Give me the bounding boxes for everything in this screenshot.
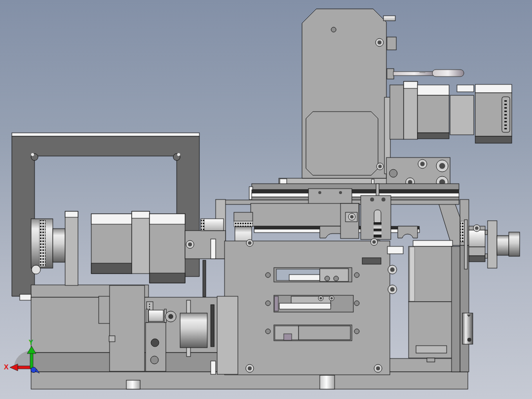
fixture-plate[interactable] <box>225 239 397 375</box>
y-axis-label: Y <box>29 338 34 346</box>
tower-access-panel[interactable] <box>306 112 378 175</box>
right-motor-assembly[interactable] <box>387 240 460 372</box>
cad-viewport[interactable]: X Y <box>0 0 532 399</box>
plate-edge-slot <box>211 361 216 374</box>
fixture-slot-3[interactable] <box>274 325 352 341</box>
center-stage-block[interactable] <box>251 203 419 239</box>
shaft-flange[interactable] <box>488 221 497 268</box>
fixture-slot-2[interactable] <box>274 295 353 312</box>
assembly-drawing: X Y <box>0 0 532 399</box>
clamp-handle[interactable] <box>393 70 464 77</box>
left-pulley[interactable] <box>31 219 53 274</box>
plate-edge-block[interactable] <box>217 296 238 374</box>
tower-pin <box>383 16 395 21</box>
fixture-slot-1[interactable] <box>274 268 352 282</box>
x-axis-motor[interactable] <box>390 81 512 143</box>
guide-cylinder[interactable] <box>462 313 473 344</box>
rail-carriage[interactable] <box>308 189 352 204</box>
tower-column[interactable] <box>279 9 396 200</box>
motor-connector[interactable] <box>502 97 510 132</box>
tower-hole <box>331 27 336 32</box>
output-shaft-coupling[interactable] <box>460 220 520 269</box>
x-axis-label: X <box>4 363 9 371</box>
left-motor-assembly[interactable] <box>31 211 185 285</box>
